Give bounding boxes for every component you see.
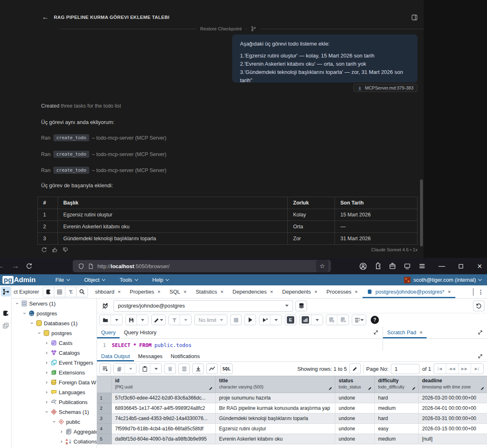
reset-layout-icon[interactable] bbox=[473, 301, 485, 311]
tab-messages[interactable]: Messages bbox=[134, 351, 166, 361]
tree-item-casts[interactable]: › Casts bbox=[12, 338, 97, 348]
browser-refresh-icon[interactable] bbox=[26, 263, 32, 269]
tree-item-extensions[interactable]: › Extensions bbox=[12, 368, 97, 377]
tool-run-row[interactable]: Ran create_todo – todo-mcp-server (MCP S… bbox=[41, 167, 166, 174]
tree-item-languages[interactable]: › Languages bbox=[12, 387, 97, 397]
tree-item-foreign-data-wrappers[interactable]: › Foreign Data W bbox=[12, 377, 97, 387]
close-icon[interactable]: × bbox=[184, 289, 187, 295]
close-icon[interactable]: × bbox=[420, 329, 423, 335]
filter-icon[interactable] bbox=[169, 315, 180, 325]
edit-rows-pencil-icon[interactable] bbox=[349, 363, 361, 374]
col-header-status[interactable]: status todo_status bbox=[335, 376, 375, 393]
close-icon[interactable]: × bbox=[270, 289, 273, 295]
execute-options-icon[interactable] bbox=[259, 315, 270, 325]
back-icon[interactable]: ← bbox=[42, 14, 49, 21]
workspace-windows-icon[interactable] bbox=[1, 321, 11, 331]
tree-item-event-triggers[interactable]: › Event Triggers bbox=[12, 358, 97, 368]
page-next-button[interactable]: ▶▶ bbox=[459, 364, 471, 374]
object-explorer-icon[interactable] bbox=[1, 287, 11, 296]
pencil-icon[interactable] bbox=[480, 386, 485, 391]
col-header-title[interactable]: title character varying (500) bbox=[216, 376, 335, 393]
browser-forward-icon[interactable]: → bbox=[12, 262, 19, 271]
show-sql-button[interactable]: SQL bbox=[220, 363, 233, 374]
row-number[interactable]: 3 bbox=[97, 414, 112, 424]
split-editor-icon[interactable] bbox=[411, 14, 418, 21]
tab-scratch-pad[interactable]: Scratch Pad × bbox=[383, 326, 427, 338]
chat-scrollbar[interactable] bbox=[420, 179, 423, 246]
grid-row[interactable]: 3 74c214b5-caed-4353-b9d2-14a4330076... … bbox=[97, 414, 487, 424]
explain-analyze-icon[interactable] bbox=[300, 315, 312, 325]
tab-query[interactable]: Query bbox=[97, 326, 120, 338]
tree-item-servers[interactable]: › Servers (1) bbox=[12, 299, 97, 308]
macros-list-icon[interactable] bbox=[352, 315, 366, 325]
sql-editor[interactable]: 1 SELECT * FROM public.todos bbox=[97, 339, 383, 351]
page-info-icon[interactable] bbox=[88, 263, 94, 269]
tool-run-row[interactable]: Ran create_todo – todo-mcp-server (MCP S… bbox=[41, 151, 166, 158]
graph-visualizer-icon[interactable] bbox=[206, 363, 218, 374]
copy-icon[interactable] bbox=[114, 364, 125, 374]
close-icon[interactable]: × bbox=[448, 289, 451, 295]
tree-item-catalogs[interactable]: › Catalogs bbox=[12, 348, 97, 358]
pencil-icon[interactable] bbox=[209, 386, 213, 391]
add-row-icon[interactable] bbox=[99, 363, 111, 374]
paste-icon[interactable] bbox=[139, 364, 150, 374]
tree-item-databases[interactable]: › Databases (1) bbox=[12, 318, 97, 328]
tabs-sidebar-icon[interactable] bbox=[402, 261, 412, 271]
menu-tools[interactable]: Tools bbox=[120, 277, 137, 283]
tab-notifications[interactable]: Notifications bbox=[166, 351, 204, 361]
new-connection-db-icon[interactable] bbox=[295, 301, 307, 311]
account-icon[interactable] bbox=[358, 261, 368, 271]
row-number[interactable]: 5 bbox=[97, 434, 112, 444]
help-icon[interactable]: ? bbox=[369, 315, 381, 325]
open-file-icon[interactable] bbox=[100, 315, 111, 325]
grid-row[interactable]: 5 da9bf15d-604e-4090-b7da-a98fb3b9e995 E… bbox=[97, 434, 487, 444]
tree-item-db-postgres[interactable]: › postgres bbox=[12, 328, 97, 338]
tab-properties[interactable]: Properties× bbox=[125, 285, 165, 298]
execute-button[interactable] bbox=[245, 315, 256, 325]
pencil-icon[interactable] bbox=[368, 386, 372, 391]
download-icon[interactable] bbox=[192, 363, 204, 374]
url-bar[interactable]: http://localhost:5050/browser/ bbox=[73, 260, 331, 272]
url-text[interactable]: http://localhost:5050/browser/ bbox=[97, 263, 170, 269]
page-first-button[interactable]: |◀ bbox=[434, 364, 446, 374]
tab-data-output[interactable]: Data Output bbox=[97, 351, 134, 361]
tree-item-collations[interactable]: › AB Collations bbox=[12, 437, 97, 446]
archive-icon[interactable] bbox=[388, 261, 397, 271]
commit-icon[interactable] bbox=[326, 315, 337, 325]
explorer-db-icon[interactable] bbox=[43, 287, 54, 297]
tab-dependents[interactable]: Dependents× bbox=[278, 285, 322, 298]
pencil-icon[interactable] bbox=[412, 386, 416, 391]
close-icon[interactable]: × bbox=[157, 289, 161, 295]
retry-icon[interactable] bbox=[41, 247, 47, 253]
tab-kebab-menu[interactable]: ⋮ bbox=[477, 289, 487, 295]
expand-scratch-pad-icon[interactable] bbox=[473, 330, 487, 335]
page-prev-button[interactable]: ◀◀ bbox=[446, 364, 459, 374]
limit-select[interactable]: No limit bbox=[194, 315, 227, 325]
open-file-chevron[interactable] bbox=[111, 315, 122, 325]
thumbs-up-icon[interactable] bbox=[52, 247, 58, 253]
col-header-deadline[interactable]: deadline timestamp with time zone bbox=[419, 376, 487, 393]
scratch-pad-content[interactable] bbox=[383, 339, 487, 351]
execute-options-chevron[interactable] bbox=[270, 315, 282, 325]
menu-hamburger-icon[interactable] bbox=[417, 261, 427, 271]
close-icon[interactable]: × bbox=[314, 289, 318, 295]
tab-statistics[interactable]: Statistics× bbox=[191, 285, 228, 298]
extensions-puzzle-icon[interactable] bbox=[373, 261, 383, 271]
git-branch-icon[interactable] bbox=[251, 26, 256, 32]
menu-file[interactable]: File bbox=[55, 277, 69, 283]
user-menu[interactable]: scoth@tiger.com (internal) bbox=[404, 277, 481, 283]
expand-editor-icon[interactable] bbox=[369, 330, 383, 335]
tool-run-row[interactable]: Ran create_todo – todo-mcp-server (MCP S… bbox=[41, 134, 166, 141]
bookmark-star-icon[interactable]: ☆ bbox=[316, 260, 328, 272]
tab-dependencies[interactable]: Dependencies× bbox=[228, 285, 278, 298]
browser-back-icon[interactable]: ← bbox=[0, 262, 4, 271]
expand-output-icon[interactable] bbox=[473, 354, 487, 359]
save-chevron[interactable] bbox=[137, 315, 148, 325]
tree-item-publications[interactable]: › Publications bbox=[12, 397, 97, 407]
row-number[interactable]: 2 bbox=[97, 403, 112, 414]
save-icon[interactable] bbox=[126, 315, 137, 325]
connection-select[interactable]: postgres/johndoe@postgres bbox=[113, 300, 293, 312]
paste-chevron[interactable] bbox=[150, 364, 162, 374]
col-header-difficulty[interactable]: difficulty todo_difficulty bbox=[375, 376, 419, 393]
query-tool-workspace-icon[interactable] bbox=[1, 308, 11, 318]
